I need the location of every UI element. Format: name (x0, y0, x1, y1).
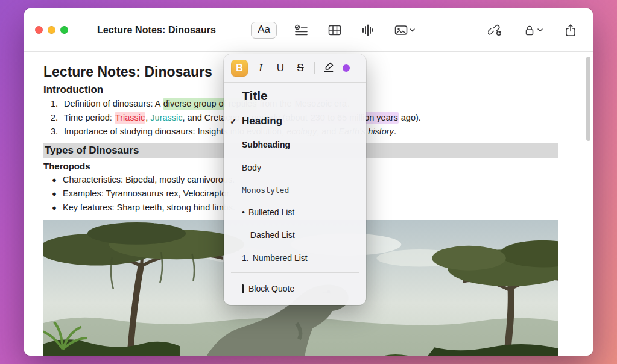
desktop-wallpaper: Lecture Notes: Dinosaurs Aa (0, 0, 617, 364)
text-segment: Examples: Tyrannosaurus rex, Velocirapto… (63, 189, 231, 198)
notes-window: Lecture Notes: Dinosaurs Aa (24, 8, 593, 356)
bold-button[interactable]: B (231, 60, 248, 77)
style-label: Numbered List (253, 253, 308, 263)
style-label: Dashed List (250, 230, 295, 240)
style-option-bulleted-list[interactable]: • Bulleted List (224, 201, 366, 224)
window-titlebar: Lecture Notes: Dinosaurs Aa (24, 8, 593, 52)
close-window-button[interactable] (35, 26, 43, 34)
style-label: Monostyled (242, 186, 289, 195)
table-button[interactable] (325, 22, 344, 39)
colored-text: Jurassic (150, 113, 182, 122)
checklist-icon (294, 24, 308, 36)
share-icon (565, 24, 577, 37)
lock-icon (524, 24, 536, 36)
block-quote-bar-icon (242, 284, 244, 293)
style-option-title[interactable]: Title (224, 83, 366, 109)
minimize-window-button[interactable] (48, 26, 55, 34)
text-segment: Definition of dinosaurs: A (64, 99, 163, 108)
text-segment: . (394, 127, 396, 136)
style-label: Bulleted List (248, 207, 294, 217)
style-option-monostyled[interactable]: Monostyled (224, 179, 366, 201)
style-option-block-quote[interactable]: Block Quote (224, 276, 366, 301)
format-style-popover: B I U S Title ✓ Heading (224, 54, 366, 305)
table-icon (328, 24, 341, 36)
highlighter-button[interactable] (321, 61, 336, 76)
style-label: Subheading (242, 140, 290, 149)
list-number: 3. (48, 125, 58, 139)
divider (231, 272, 359, 273)
list-number: 2. (48, 111, 58, 125)
strikethrough-button[interactable]: S (293, 62, 308, 74)
audio-waveform-icon (362, 24, 374, 36)
text-segment: ago). (399, 113, 421, 122)
share-button[interactable] (562, 21, 580, 39)
chevron-down-icon (537, 28, 543, 32)
chevron-down-icon (410, 28, 415, 32)
window-title: Lecture Notes: Dinosaurs (97, 25, 216, 36)
divider (314, 62, 315, 74)
underline-button[interactable]: U (273, 62, 288, 74)
style-label: Heading (242, 115, 282, 127)
window-controls (35, 26, 68, 34)
list-number: 1. (48, 97, 58, 111)
add-link-icon (488, 24, 502, 36)
number-glyph: 1. (242, 253, 249, 263)
lock-button[interactable] (520, 22, 546, 39)
italic-button[interactable]: I (253, 62, 268, 74)
text-segment: Time period: (64, 113, 115, 122)
format-text-button[interactable]: Aa (251, 22, 277, 39)
scrollbar-thumb[interactable] (586, 57, 590, 141)
style-option-dashed-list[interactable]: – Dashed List (224, 224, 366, 246)
style-label: Block Quote (248, 284, 294, 293)
style-label: Title (242, 89, 268, 103)
style-option-heading[interactable]: ✓ Heading (224, 109, 366, 133)
add-link-button[interactable] (485, 21, 505, 39)
dash-glyph: – (242, 230, 247, 240)
audio-record-button[interactable] (359, 22, 377, 39)
media-picker-icon (394, 24, 408, 36)
checklist-button[interactable] (291, 22, 311, 39)
highlighter-icon (323, 61, 335, 73)
zoom-window-button[interactable] (60, 26, 68, 34)
toolbar: Aa (251, 21, 582, 39)
format-buttons-row: B I U S (224, 54, 366, 82)
bullet-glyph: ● (52, 174, 58, 187)
style-option-subheading[interactable]: Subheading (224, 133, 366, 156)
bullet-glyph: • (242, 207, 245, 217)
text-segment: Key features: Sharp teeth, strong hind l… (63, 202, 235, 212)
highlighted-text: Triassic (115, 112, 145, 124)
style-label: Body (242, 163, 261, 172)
checkmark-icon: ✓ (230, 116, 242, 126)
bullet-glyph: ● (52, 201, 58, 215)
style-option-body[interactable]: Body (224, 156, 366, 179)
color-swatch[interactable] (343, 64, 350, 72)
bullet-glyph: ● (52, 187, 58, 201)
style-option-numbered-list[interactable]: 1. Numbered List (224, 246, 366, 269)
media-button[interactable] (391, 22, 418, 39)
text-segment: Characteristics: Bipedal, mostly carnivo… (63, 175, 235, 184)
